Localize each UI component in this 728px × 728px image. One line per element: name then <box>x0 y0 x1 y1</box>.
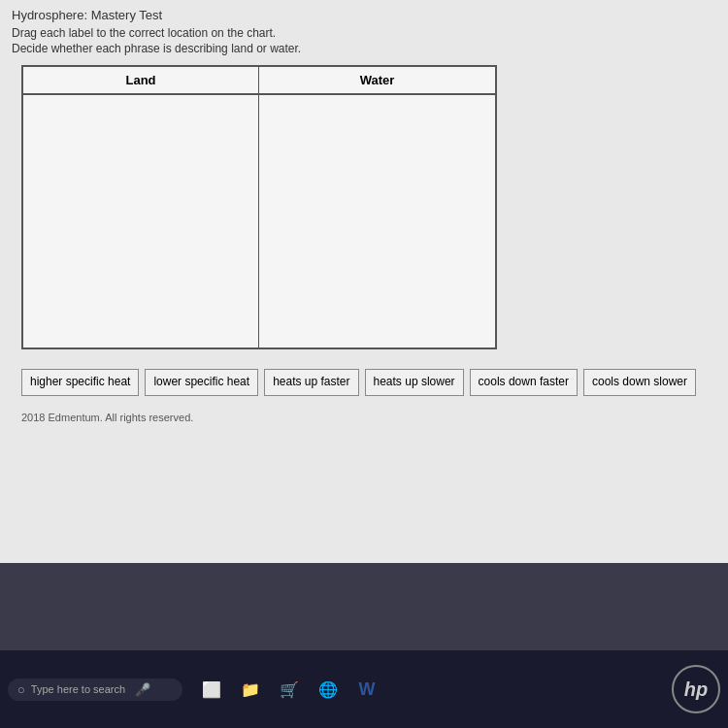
taskbar-icons: ⬜ 📁 🛒 🌐 W <box>196 674 382 705</box>
mic-icon: 🎤 <box>135 682 150 697</box>
search-text[interactable]: Type here to search <box>31 683 125 695</box>
drag-label-cools-down-faster[interactable]: cools down faster <box>470 369 578 396</box>
chart-drop-water[interactable] <box>259 95 495 347</box>
instruction-drag: Drag each label to the correct location … <box>12 26 716 40</box>
copyright-text: 2018 Edmentum. All rights reserved. <box>12 408 716 427</box>
chart-header-water: Water <box>259 67 495 93</box>
labels-area: higher specific heat lower specific heat… <box>12 357 716 408</box>
browser-icon[interactable]: 🌐 <box>313 674 344 705</box>
store-icon[interactable]: 🛒 <box>274 674 305 705</box>
drag-label-cools-down-slower[interactable]: cools down slower <box>583 369 696 396</box>
chart-drop-land[interactable] <box>23 95 259 347</box>
task-view-icon[interactable]: ⬜ <box>196 674 227 705</box>
hp-logo: hp <box>672 665 720 713</box>
file-explorer-icon[interactable]: 📁 <box>235 674 266 705</box>
drag-label-heats-up-faster[interactable]: heats up faster <box>264 369 358 396</box>
drag-label-higher-specific-heat[interactable]: higher specific heat <box>21 369 139 396</box>
page-title: Hydrosphere: Mastery Test <box>12 8 716 22</box>
chart-header: Land Water <box>23 67 495 95</box>
drag-label-lower-specific-heat[interactable]: lower specific heat <box>145 369 258 396</box>
taskbar-search-bar[interactable]: ○ Type here to search 🎤 <box>8 678 182 701</box>
drag-label-heats-up-slower[interactable]: heats up slower <box>365 369 464 396</box>
taskbar-right: hp <box>672 665 720 713</box>
instruction-decide: Decide whether each phrase is describing… <box>12 42 716 55</box>
screen-content: Hydrosphere: Mastery Test Drag each labe… <box>0 0 728 563</box>
chart-body <box>23 95 495 347</box>
windows-icon: ○ <box>17 682 25 697</box>
taskbar: ○ Type here to search 🎤 ⬜ 📁 🛒 🌐 W hp <box>0 650 728 728</box>
laptop-body <box>0 563 728 650</box>
chart-container: Land Water <box>21 65 497 349</box>
word-icon[interactable]: W <box>351 674 382 705</box>
chart-header-land: Land <box>23 67 259 93</box>
